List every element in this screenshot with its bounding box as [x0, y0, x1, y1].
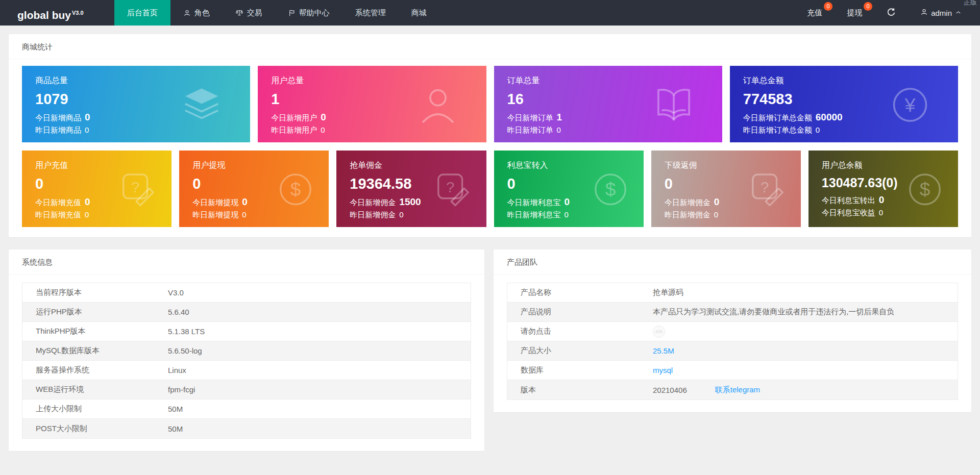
mall-stats-panel: 商城统计 商品总量 1079 今日新增商品0 昨日新增商品0 用户总量 1 今日… [9, 34, 971, 237]
stat-line1-label: 今日新增充值 [35, 196, 81, 209]
menu-item-help-center[interactable]: 帮助中心 [275, 0, 342, 26]
clipboard-question-icon: ? [433, 169, 473, 211]
system-info-table: 当前程序版本V3.0 运行PHP版本5.6.40 ThinkPHP版本5.1.3… [22, 283, 471, 439]
row-label: MySQL数据库版本 [22, 346, 168, 356]
user-icon [920, 8, 928, 17]
row-label: 产品大小 [507, 346, 653, 356]
dollar-circle-icon: $ [591, 169, 630, 211]
row-value: 5.1.38 LTS [168, 327, 205, 336]
main-menu: 后台首页 角色 交易 帮助中心 系统管理 商城 [114, 0, 439, 26]
stat-line2-label: 昨日新增充值 [35, 209, 81, 221]
stat-line1-label: 今日利息宝转出 [822, 194, 875, 207]
stat-line1-label: 今日新增订单 [507, 112, 553, 124]
tiny-circle-badge[interactable]: 40k [653, 326, 665, 338]
withdraw-button[interactable]: 提现 0 [835, 0, 874, 26]
yen-circle-icon: ¥ [889, 84, 932, 129]
stat-line2-label: 昨日新增订单 [507, 124, 553, 136]
user-menu[interactable]: admin [908, 0, 980, 26]
stat-line1-label: 今日新增商品 [35, 112, 81, 124]
open-book-icon [652, 83, 696, 129]
stat-line1-value: 0 [85, 111, 90, 123]
stat-line1-value: 0 [714, 196, 720, 208]
user-icon [183, 9, 191, 17]
row-label: 运行PHP版本 [22, 307, 168, 317]
product-team-panel: 产品团队 产品名称抢单源码 产品说明本产品只为学习测试交流,请勿要做商业或者用于… [494, 249, 971, 412]
menu-item-system[interactable]: 系统管理 [342, 0, 399, 26]
svg-text:?: ? [446, 179, 454, 195]
row-label: ThinkPHP版本 [22, 327, 168, 336]
menu-item-label: 后台首页 [127, 8, 158, 18]
stat-line1-value: 60000 [816, 111, 843, 123]
table-row: 上传大小限制50M [22, 399, 471, 419]
stats-body: 商品总量 1079 今日新增商品0 昨日新增商品0 用户总量 1 今日新增用户0… [9, 59, 971, 237]
username: admin [931, 9, 952, 17]
menu-item-dashboard[interactable]: 后台首页 [114, 0, 170, 26]
stat-line2-label: 昨日新增佣金 [350, 209, 396, 221]
stat-line2-value: 0 [879, 207, 883, 219]
stat-line2-value: 0 [321, 124, 325, 136]
menu-item-roles[interactable]: 角色 [170, 0, 223, 26]
menu-item-mall[interactable]: 商城 [399, 0, 439, 26]
menu-item-label: 交易 [247, 8, 262, 18]
recharge-label: 充值 [807, 8, 822, 18]
table-row: MySQL数据库版本5.6.50-log [22, 341, 471, 361]
row-value: V3.0 [168, 288, 184, 297]
product-size-link[interactable]: 25.5M [653, 346, 674, 355]
menu-item-label: 角色 [194, 8, 210, 18]
navbar-right: 充值 0 提现 0 admin [795, 0, 980, 26]
stat-card-order-amount: 订单总金额 774583 今日新增订单总金额60000 昨日新增订单总金额0 ¥ [730, 66, 958, 142]
clipboard-question-icon: ? [118, 169, 158, 211]
version-value: 20210406 [653, 386, 687, 394]
table-row: POST大小限制50M [22, 419, 471, 438]
stat-card-goods-total: 商品总量 1079 今日新增商品0 昨日新增商品0 [22, 66, 250, 142]
stat-line2-value: 0 [816, 124, 820, 136]
product-team-table: 产品名称抢单源码 产品说明本产品只为学习测试交流,请勿要做商业或者用于违法行为,… [507, 283, 958, 400]
menu-item-trade[interactable]: 交易 [223, 0, 275, 26]
stat-line1-value: 0 [85, 196, 90, 208]
stat-line1-label: 今日新增佣金 [350, 196, 396, 209]
table-row: 数据库mysql [507, 361, 958, 380]
stat-card-sub-rebate: 下级返佣 0 今日新增佣金0 昨日新增佣金0 ? [651, 151, 801, 227]
database-link[interactable]: mysql [653, 366, 673, 374]
row-value: 5.6.50-log [168, 346, 202, 355]
stat-card-user-withdraw: 用户提现 0 今日新增提现0 昨日新增提现0 $ [179, 151, 329, 227]
brand-logo[interactable]: global buyV3.0 [0, 0, 114, 26]
row-label: 上传大小限制 [22, 404, 168, 414]
svg-text:¥: ¥ [904, 94, 916, 116]
menu-item-label: 系统管理 [355, 8, 386, 18]
bottom-panels: 系统信息 当前程序版本V3.0 运行PHP版本5.6.40 ThinkPHP版本… [9, 249, 971, 451]
stat-line1-label: 今日新增订单总金额 [743, 112, 812, 124]
row-label: 产品名称 [507, 288, 653, 297]
row-label: 产品说明 [507, 307, 653, 317]
row-label: 数据库 [507, 365, 653, 375]
row-value: 50M [168, 405, 183, 413]
system-info-title: 系统信息 [9, 249, 484, 274]
withdraw-badge: 0 [864, 2, 872, 11]
row-label: 请勿点击 [507, 327, 653, 336]
scales-icon [235, 9, 243, 17]
row-label: 当前程序版本 [22, 288, 168, 297]
refresh-button[interactable] [874, 0, 908, 26]
recharge-button[interactable]: 充值 0 [795, 0, 835, 26]
telegram-link[interactable]: 联系telegram [715, 385, 760, 395]
stat-card-user-recharge: 用户充值 0 今日新增充值0 昨日新增充值0 ? [22, 151, 172, 227]
stat-line1-label: 今日新增佣金 [665, 196, 710, 209]
svg-text:?: ? [761, 179, 769, 195]
stat-card-order-commission: 抢单佣金 19364.58 今日新增佣金1500 昨日新增佣金0 ? [336, 151, 486, 227]
row-value: 50M [168, 424, 183, 433]
row-value: fpm-fcgi [168, 385, 195, 394]
table-row: 运行PHP版本5.6.40 [22, 303, 471, 322]
stat-line1-label: 今日新增提现 [192, 196, 238, 209]
table-row: 产品名称抢单源码 [507, 283, 958, 303]
stat-line2-value: 0 [85, 209, 89, 221]
stat-line2-label: 昨日新增利息宝 [507, 209, 561, 221]
stat-line2-value: 0 [714, 209, 718, 221]
stat-line2-value: 0 [399, 209, 403, 221]
svg-text:$: $ [920, 179, 930, 200]
stat-line1-value: 0 [242, 196, 248, 208]
stat-line2-value: 0 [85, 124, 89, 136]
svg-text:$: $ [605, 179, 616, 200]
stat-line1-value: 0 [565, 196, 570, 208]
table-row: 产品大小25.5M [507, 341, 958, 361]
page-content: 商城统计 商品总量 1079 今日新增商品0 昨日新增商品0 用户总量 1 今日… [0, 26, 980, 451]
